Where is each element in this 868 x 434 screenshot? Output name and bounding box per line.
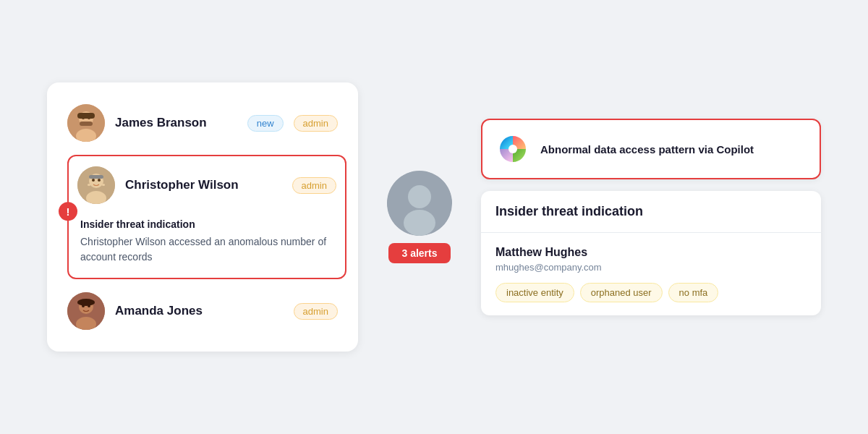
avatar-james [67,104,105,142]
badge-admin-christopher: admin [292,177,336,194]
threat-panel: Insider threat indication Matthew Hughes… [481,191,821,315]
copilot-icon [497,133,529,165]
svg-point-10 [92,179,95,182]
badge-admin-amanda: admin [294,303,338,320]
alert-dot-christopher: ! [59,202,77,221]
alert-desc-christopher: Christopher Wilson accessed an anomalous… [80,234,333,265]
threat-user-email: mhughes@company.com [495,262,807,273]
avatar-christopher [77,166,115,204]
avatar-unknown [387,171,452,236]
svg-rect-13 [88,184,90,186]
user-name-amanda: Amanda Jones [115,304,284,318]
center-section: 3 alerts [387,171,452,263]
threat-user-name: Matthew Hughes [495,246,807,259]
tag-no-mfa: no mfa [668,283,719,302]
svg-point-20 [77,299,95,306]
avatar-amanda [67,292,105,330]
user-list-panel: James Branson new admin ! Christophe [47,82,358,352]
svg-rect-14 [102,184,105,186]
alert-title-christopher: Insider threat indication [80,218,333,230]
alert-card-text: Abnormal data access pattern via Copilot [540,142,754,157]
threat-panel-body: Matthew Hughes mhughes@company.com inact… [481,233,821,315]
user-name-james: James Branson [115,116,237,130]
svg-point-11 [98,179,101,182]
alert-card-copilot[interactable]: Abnormal data access pattern via Copilot [481,119,821,179]
tag-inactive-entity: inactive entity [495,283,574,302]
user-card-james[interactable]: James Branson new admin [59,94,346,152]
threat-panel-title: Insider threat indication [481,191,821,233]
svg-point-23 [404,210,435,236]
card-top-christopher: Christopher Wilson admin [77,166,336,204]
badge-admin-james: admin [294,115,338,132]
user-card-christopher[interactable]: ! Christopher Wilson admin Insider t [67,155,346,279]
user-name-christopher: Christopher Wilson [125,178,282,192]
svg-rect-6 [77,113,95,119]
threat-tags: inactive entity orphaned user no mfa [495,283,807,302]
svg-point-22 [408,185,431,208]
tag-orphaned-user: orphaned user [580,283,663,302]
right-panel: Abnormal data access pattern via Copilot… [481,119,821,315]
alert-content-christopher: Insider threat indication Christopher Wi… [77,214,336,268]
user-card-amanda[interactable]: Amanda Jones admin [59,282,346,340]
svg-point-24 [509,145,517,153]
badge-new-james: new [247,115,284,132]
alerts-badge[interactable]: 3 alerts [388,243,450,263]
svg-rect-12 [89,175,103,179]
